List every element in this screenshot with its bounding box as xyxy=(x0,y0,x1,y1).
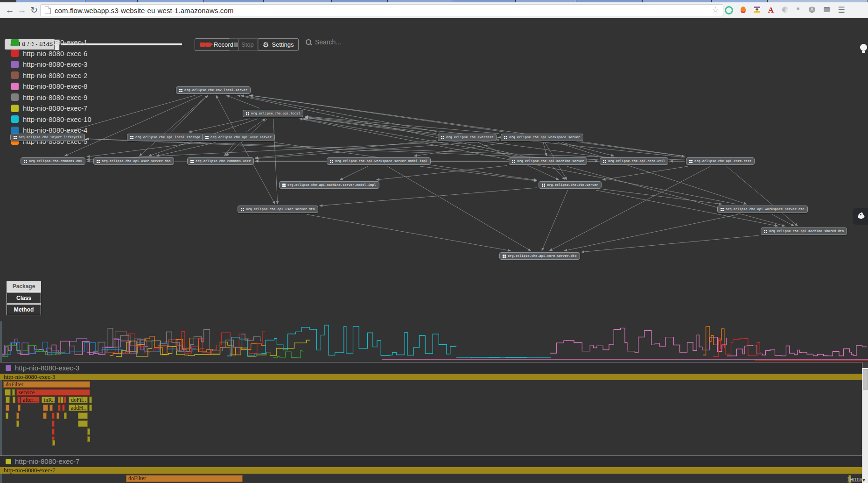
flame-root-frame[interactable]: http-nio-8080-exec-7 xyxy=(0,467,866,474)
package-node[interactable]: org.eclipse.che.api.machine.server xyxy=(509,157,587,165)
package-node[interactable]: org.eclipse.che.api.local.storage xyxy=(127,134,203,141)
package-node[interactable]: org.eclipse.che.api.workspace.server xyxy=(501,134,583,141)
package-node[interactable]: org.eclipse.che.commons.env xyxy=(21,157,85,165)
package-node[interactable]: org.eclipse.che.dto.server xyxy=(539,181,602,189)
back-icon[interactable]: ← xyxy=(4,4,16,16)
flame-frame[interactable] xyxy=(87,428,90,435)
search-box[interactable]: Search... xyxy=(306,38,341,46)
vertical-scrollbar[interactable] xyxy=(862,362,868,483)
flame-frame[interactable]: addH… xyxy=(69,405,88,411)
flame-frame[interactable] xyxy=(52,412,55,419)
search-placeholder[interactable]: Search... xyxy=(315,38,341,46)
flame-root-frame[interactable]: http-nio-8080-exec-3 xyxy=(0,374,866,380)
flame-frame[interactable]: doFilter xyxy=(3,381,90,388)
flame-frame[interactable] xyxy=(49,405,53,411)
package-node[interactable]: org.eclipse.che.api.local xyxy=(243,110,303,117)
flame-frame[interactable]: inR.. xyxy=(42,397,55,403)
flame-frame[interactable] xyxy=(78,412,88,419)
flame-section-header[interactable]: http-nio-8080-exec-7 xyxy=(0,455,868,467)
extension-green-ring-icon[interactable] xyxy=(725,6,733,14)
view-toggle-method[interactable]: Method xyxy=(7,304,41,315)
gear-icon: ⚙ xyxy=(263,41,269,49)
legend-item[interactable]: http-nio-8080-exec-10 xyxy=(11,115,91,123)
flame-frame[interactable] xyxy=(52,420,55,427)
extension-red-a-icon[interactable]: A xyxy=(767,6,775,14)
activity-timeline-chart[interactable] xyxy=(0,0,868,483)
flame-frame[interactable] xyxy=(89,405,92,411)
package-node[interactable]: org.eclipse.che.api.user.server.dto xyxy=(238,206,318,213)
package-node[interactable]: org.eclipse.che.api.workspace.server.mod… xyxy=(327,157,431,165)
legend-item[interactable]: http-nio-8080-exec-6 xyxy=(11,50,87,57)
flame-frame[interactable] xyxy=(52,428,55,435)
flame-frame[interactable] xyxy=(6,397,10,403)
lightbulb-icon[interactable] xyxy=(857,44,868,57)
bookmark-star-icon[interactable]: ☆ xyxy=(712,5,719,15)
flame-frame[interactable]: service xyxy=(16,389,90,396)
flame-frame[interactable] xyxy=(63,397,66,403)
flame-frame[interactable] xyxy=(52,436,55,440)
flame-frame[interactable] xyxy=(43,405,48,411)
flame-section-header[interactable]: http-nio-8080-exec-3 xyxy=(0,362,868,374)
scrollbar-thumb[interactable] xyxy=(863,369,868,390)
flame-frame[interactable] xyxy=(62,405,65,411)
view-toggle-class[interactable]: Class xyxy=(7,292,41,304)
flame-frame[interactable] xyxy=(5,389,11,396)
package-node[interactable]: org.eclipse.che.api.user.server.dao xyxy=(93,157,174,165)
package-node[interactable]: org.eclipse.che.api.core.util xyxy=(600,157,668,165)
extension-shield-icon[interactable]: A xyxy=(808,6,816,14)
stop-button[interactable]: Stop xyxy=(229,38,259,51)
flame-frame[interactable] xyxy=(43,412,47,419)
forward-icon[interactable]: → xyxy=(16,4,28,16)
flame-frame[interactable] xyxy=(13,397,15,403)
flame-frame[interactable] xyxy=(58,405,61,411)
browser-menu-icon[interactable]: ☰ xyxy=(835,4,847,16)
extension-dimensions-icon[interactable]: ✥ xyxy=(753,6,761,14)
flame-frame[interactable] xyxy=(52,440,55,446)
flame-frame[interactable] xyxy=(18,405,21,411)
flame-frame[interactable] xyxy=(56,412,59,419)
scrollbar-top-button[interactable] xyxy=(862,362,868,368)
thread-activity-trace xyxy=(227,325,456,356)
legend-item[interactable]: http-nio-8080-exec-8 xyxy=(11,82,87,90)
package-node[interactable]: org.eclipse.che.inject.lifecycle xyxy=(10,134,85,141)
flame-frame[interactable]: after… xyxy=(21,397,40,403)
legend-item[interactable]: http-nio-8080-exec-3 xyxy=(11,60,87,68)
tag-panel-button[interactable] xyxy=(853,208,868,225)
legend-item[interactable]: http-nio-8080-exec-4 xyxy=(11,126,87,134)
flame-frame[interactable] xyxy=(64,412,67,419)
package-node[interactable]: org.eclipse.che.commons.user xyxy=(187,157,254,165)
view-toggle-package[interactable]: Package xyxy=(7,281,41,292)
url-text[interactable]: com.flow.webapp.s3-website-eu-west-1.ama… xyxy=(55,7,234,14)
flame-frame[interactable] xyxy=(6,412,8,419)
flame-frame[interactable] xyxy=(12,389,15,396)
reload-icon[interactable]: ↻ xyxy=(28,4,40,16)
flame-frame[interactable]: doFil… xyxy=(69,397,88,403)
package-node[interactable]: org.eclipse.che.api.user.server xyxy=(202,134,275,141)
flame-frame[interactable] xyxy=(89,397,92,403)
legend-item[interactable]: http-nio-8080-exec-9 xyxy=(11,93,87,101)
extension-swirl-icon[interactable] xyxy=(781,6,789,14)
flame-frame[interactable] xyxy=(87,436,90,442)
flame-frame[interactable] xyxy=(16,420,19,427)
package-node[interactable]: org.eclipse.che.api.core.rest xyxy=(686,157,755,165)
terms-link[interactable]: Terms xyxy=(838,476,862,483)
legend-item[interactable]: http-nio-8080-exec-2 xyxy=(11,71,87,79)
flame-frame[interactable]: doFilter xyxy=(126,475,243,482)
package-node[interactable]: org.eclipse.che.api.core.server.dto xyxy=(499,252,580,260)
flame-frame[interactable] xyxy=(78,420,88,427)
package-node[interactable]: org.eclipse.che.api.machine.shared.dto xyxy=(761,227,847,235)
settings-button[interactable]: ⚙ Settings xyxy=(258,38,299,51)
extension-asterisk-icon[interactable]: * xyxy=(794,6,802,14)
extension-flame-icon[interactable] xyxy=(739,6,747,14)
legend-item[interactable]: http-nio-8080-exec-1 xyxy=(11,38,87,46)
url-bar[interactable]: com.flow.webapp.s3-website-eu-west-1.ama… xyxy=(40,4,723,16)
legend-item[interactable]: http-nio-8080-exec-7 xyxy=(11,104,87,112)
flame-frame[interactable] xyxy=(6,405,9,411)
package-node[interactable]: org.eclipse.che.env.local.server xyxy=(176,86,251,94)
flame-frame[interactable] xyxy=(16,412,19,419)
package-node[interactable]: org.eclipse.che.api.workspace.server.dto xyxy=(717,206,808,213)
package-node[interactable]: org.eclipse.che.api.machine.server.model… xyxy=(279,181,379,189)
package-node[interactable]: org.eclipse.che.everrest xyxy=(438,134,497,141)
flame-frame[interactable] xyxy=(17,397,20,403)
extension-grid-icon[interactable] xyxy=(822,6,831,14)
